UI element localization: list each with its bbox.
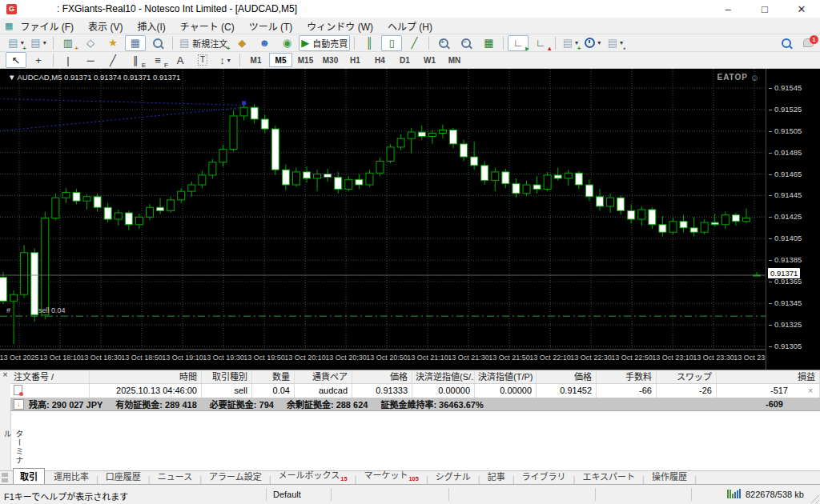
new-order-button[interactable]: ▤+新規注文 [177, 35, 230, 51]
order-row[interactable]: 2025.10.13 04:46:00sell0.04audcad0.91333… [10, 384, 820, 398]
candle-body [408, 132, 415, 138]
timeframe-h4[interactable]: H4 [368, 53, 392, 67]
community-button[interactable]: ☻ [254, 35, 275, 51]
profiles-button[interactable]: ▤▾ [28, 35, 49, 51]
autotrading-button[interactable]: ▶自動売買 [299, 35, 350, 51]
column-header-order-open-price[interactable]: 価格 [352, 370, 412, 383]
close-position-button[interactable]: × [808, 385, 813, 397]
bar-chart-button[interactable]: ║ [359, 35, 380, 51]
tab-signals[interactable]: シグナル [429, 469, 477, 484]
tab-exposure[interactable]: 運用比率 [47, 469, 95, 484]
menu-item-1[interactable]: 表示 (V) [81, 19, 130, 33]
column-header-order-type[interactable]: 取引種別 [202, 370, 252, 383]
market-watch-button[interactable]: ▥+ [58, 35, 78, 51]
candle-body [649, 210, 656, 225]
candlestick-button[interactable]: ▯ [381, 35, 402, 51]
position-left-marker: # [6, 306, 10, 314]
chart-plot[interactable]: ▼ AUDCAD,M5 0.91371 0.91374 0.91371 0.91… [0, 69, 766, 370]
column-header-order-number[interactable]: 注文番号 / [10, 370, 90, 383]
news-button[interactable]: ◉ [276, 35, 297, 51]
crosshair-button[interactable]: + [28, 52, 49, 68]
data-window-button[interactable]: ◇ [80, 35, 101, 51]
templates-button[interactable]: ▤▪▾ [605, 35, 625, 51]
column-header-order-swap[interactable]: スワップ [657, 370, 717, 383]
column-header-order-symbol[interactable]: 通貨ペア [295, 370, 352, 383]
column-header-order-sl[interactable]: 決済逆指値(S/... [412, 370, 475, 383]
periods-button[interactable]: ▾ [582, 35, 603, 51]
timeframe-d1[interactable]: D1 [393, 53, 416, 67]
text-button[interactable]: A [170, 52, 191, 68]
column-header-order-volume[interactable]: 数量 [252, 370, 295, 383]
chart-mini-icon[interactable]: ▦ [5, 21, 13, 31]
navigator-button[interactable]: ★ [102, 35, 123, 51]
menu-item-6[interactable]: ヘルプ (H) [380, 19, 440, 33]
timeframe-mn[interactable]: MN [443, 53, 466, 67]
column-header-order-tp[interactable]: 決済指値(T/P) [475, 370, 537, 383]
cursor-button[interactable]: ↖ [6, 52, 26, 68]
close-button[interactable]: ✕ [783, 0, 820, 18]
search-button[interactable] [776, 35, 797, 51]
column-header-order-commission[interactable]: 手数料 [597, 370, 657, 383]
window-controls: – □ ✕ [709, 0, 820, 18]
indicators-button[interactable]: ▤+▾ [560, 35, 581, 51]
line-chart-button[interactable]: ╱ [404, 35, 424, 51]
tab-market[interactable]: マーケット105 [357, 467, 425, 484]
menu-item-3[interactable]: チャート (C) [173, 19, 242, 33]
order-symbol: audcad [295, 384, 352, 398]
menu-item-0[interactable]: ファイル (F) [13, 19, 81, 33]
menu-item-5[interactable]: ウィンドウ (W) [299, 19, 380, 33]
timeframe-m30[interactable]: M30 [319, 53, 342, 67]
column-header-order-profit[interactable]: 損益 [717, 370, 820, 383]
timeframe-w1[interactable]: W1 [418, 53, 441, 67]
terminal-button[interactable]: ▦ [125, 35, 146, 51]
chart-area[interactable]: ▼ AUDCAD,M5 0.91371 0.91374 0.91371 0.91… [0, 69, 820, 370]
timeframe-m15[interactable]: M15 [294, 53, 317, 67]
strategy-tester-button[interactable] [147, 35, 168, 51]
tab-alerts[interactable]: アラーム設定 [203, 469, 268, 484]
menu-item-2[interactable]: 挿入(I) [130, 19, 172, 33]
maximize-button[interactable]: □ [746, 0, 783, 18]
arrows-button[interactable]: ↕▾ [215, 52, 235, 68]
tab-code-base[interactable]: ライブラリ [516, 469, 573, 484]
tile-windows-button[interactable]: ▦ [478, 35, 499, 51]
candle-body [209, 162, 216, 175]
profile-indicator[interactable]: Default [273, 490, 301, 499]
zoom-out-button[interactable]: − [456, 35, 476, 51]
chart-shift-button[interactable]: ∟▴ [530, 35, 551, 51]
candle-body [701, 222, 708, 232]
entry-marker[interactable] [242, 101, 246, 105]
candle-body [523, 185, 530, 194]
resize-grip[interactable] [809, 493, 819, 503]
trendline[interactable] [0, 107, 244, 131]
candle-body [471, 157, 478, 166]
tab-news[interactable]: ニュース [151, 469, 199, 484]
column-header-order-price[interactable]: 価格 [537, 370, 597, 383]
equidistant-channel-button[interactable]: ∥E [125, 52, 146, 68]
trendline[interactable] [0, 98, 244, 105]
tab-account-history[interactable]: 口座履歴 [99, 469, 147, 484]
tab-journal[interactable]: 操作履歴 [645, 469, 693, 484]
new-chart-button[interactable]: ▤+▾ [6, 35, 26, 51]
timeframe-m5[interactable]: M5 [269, 53, 292, 67]
tab-experts[interactable]: エキスパート [576, 469, 641, 484]
timeframe-h1[interactable]: H1 [344, 53, 367, 67]
zoom-in-button[interactable]: + [433, 35, 454, 51]
minimize-button[interactable]: – [709, 0, 746, 18]
tab-trade[interactable]: 取引 [13, 468, 45, 484]
notifications-button[interactable]: 1 [798, 35, 819, 51]
tab-articles[interactable]: 記事 [481, 469, 512, 484]
terminal-close-icon[interactable]: × [0, 370, 10, 381]
menu-item-4[interactable]: ツール (T) [242, 19, 300, 33]
tab-separator: | [148, 474, 151, 484]
text-label-button[interactable]: T [192, 52, 213, 68]
timeframe-m1[interactable]: M1 [244, 53, 267, 67]
horizontal-line-button[interactable]: ─ [80, 52, 101, 68]
metaeditor-button[interactable]: ◆ [231, 35, 252, 51]
column-header-order-time[interactable]: 時間 [90, 370, 202, 383]
vertical-line-button[interactable]: | [58, 52, 78, 68]
toolbar-standard: ▤+▾▤▾▥+◇★▦▤+新規注文◆☻◉▶自動売買║▯╱+−▦∟▸∟▴▤+▾▾▤▪… [0, 34, 820, 51]
trendline-button[interactable]: ╱ [102, 52, 123, 68]
auto-scroll-button[interactable]: ∟▸ [508, 35, 529, 51]
fibonacci-button[interactable]: ≡F [147, 52, 168, 68]
tab-mailbox[interactable]: メールボックス15 [272, 467, 354, 484]
